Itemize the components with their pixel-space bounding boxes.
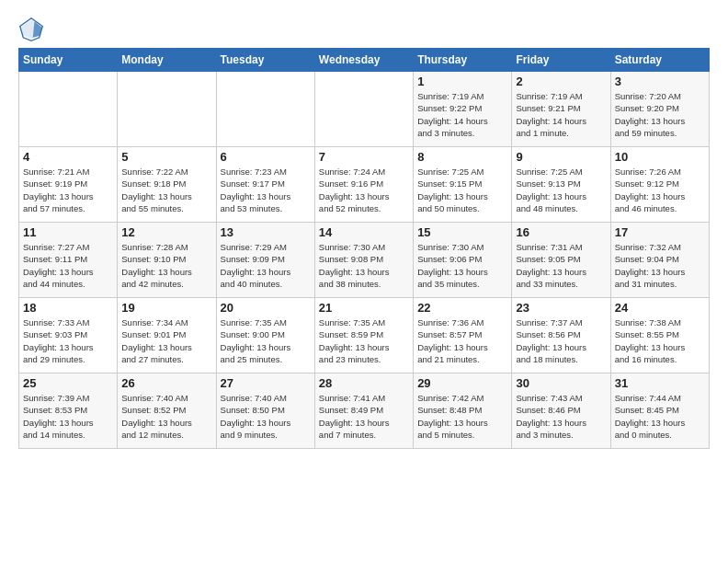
header-cell-saturday: Saturday xyxy=(610,49,709,72)
calendar-cell xyxy=(216,72,314,147)
week-row-1: 1Sunrise: 7:19 AM Sunset: 9:22 PM Daylig… xyxy=(19,72,710,147)
calendar-cell: 27Sunrise: 7:40 AM Sunset: 8:50 PM Dayli… xyxy=(216,373,314,449)
calendar-cell: 26Sunrise: 7:40 AM Sunset: 8:52 PM Dayli… xyxy=(118,373,216,449)
calendar-cell: 15Sunrise: 7:30 AM Sunset: 9:06 PM Dayli… xyxy=(414,223,512,298)
cell-content: Sunrise: 7:41 AM Sunset: 8:49 PM Dayligh… xyxy=(319,392,409,441)
calendar-cell: 10Sunrise: 7:26 AM Sunset: 9:12 PM Dayli… xyxy=(610,147,709,223)
calendar-cell: 25Sunrise: 7:39 AM Sunset: 8:53 PM Dayli… xyxy=(19,373,118,449)
cell-content: Sunrise: 7:21 AM Sunset: 9:19 PM Dayligh… xyxy=(23,166,113,214)
cell-content: Sunrise: 7:35 AM Sunset: 9:00 PM Dayligh… xyxy=(221,316,311,365)
day-number: 2 xyxy=(516,75,606,88)
cell-content: Sunrise: 7:43 AM Sunset: 8:46 PM Dayligh… xyxy=(516,392,606,441)
header-cell-tuesday: Tuesday xyxy=(216,49,314,72)
header-row: SundayMondayTuesdayWednesdayThursdayFrid… xyxy=(19,49,710,72)
calendar-cell: 19Sunrise: 7:34 AM Sunset: 9:01 PM Dayli… xyxy=(118,298,216,373)
calendar-cell: 24Sunrise: 7:38 AM Sunset: 8:55 PM Dayli… xyxy=(610,298,709,373)
header-cell-friday: Friday xyxy=(512,49,610,72)
calendar-cell: 22Sunrise: 7:36 AM Sunset: 8:57 PM Dayli… xyxy=(414,298,512,373)
cell-content: Sunrise: 7:40 AM Sunset: 8:50 PM Dayligh… xyxy=(221,392,311,441)
cell-content: Sunrise: 7:25 AM Sunset: 9:15 PM Dayligh… xyxy=(417,166,507,214)
day-number: 25 xyxy=(23,376,113,390)
cell-content: Sunrise: 7:39 AM Sunset: 8:53 PM Dayligh… xyxy=(23,392,113,441)
calendar-cell: 2Sunrise: 7:19 AM Sunset: 9:21 PM Daylig… xyxy=(512,72,610,147)
day-number: 15 xyxy=(417,225,507,239)
cell-content: Sunrise: 7:20 AM Sunset: 9:20 PM Dayligh… xyxy=(615,90,705,139)
cell-content: Sunrise: 7:22 AM Sunset: 9:18 PM Dayligh… xyxy=(121,166,211,214)
day-number: 11 xyxy=(23,225,113,239)
cell-content: Sunrise: 7:19 AM Sunset: 9:22 PM Dayligh… xyxy=(417,90,507,139)
cell-content: Sunrise: 7:42 AM Sunset: 8:48 PM Dayligh… xyxy=(417,392,507,441)
day-number: 23 xyxy=(516,301,606,315)
header-cell-wednesday: Wednesday xyxy=(314,49,413,72)
day-number: 30 xyxy=(516,376,606,390)
day-number: 12 xyxy=(121,225,211,239)
day-number: 31 xyxy=(615,376,705,390)
day-number: 1 xyxy=(417,75,507,88)
cell-content: Sunrise: 7:33 AM Sunset: 9:03 PM Dayligh… xyxy=(23,316,113,365)
page: SundayMondayTuesdayWednesdayThursdayFrid… xyxy=(0,0,728,458)
day-number: 13 xyxy=(221,225,311,239)
day-number: 8 xyxy=(417,150,507,164)
day-number: 28 xyxy=(319,376,409,390)
calendar-cell: 28Sunrise: 7:41 AM Sunset: 8:49 PM Dayli… xyxy=(314,373,413,449)
day-number: 20 xyxy=(221,301,311,315)
cell-content: Sunrise: 7:26 AM Sunset: 9:12 PM Dayligh… xyxy=(615,166,705,214)
cell-content: Sunrise: 7:37 AM Sunset: 8:56 PM Dayligh… xyxy=(516,316,606,365)
day-number: 10 xyxy=(615,150,705,164)
calendar-cell: 29Sunrise: 7:42 AM Sunset: 8:48 PM Dayli… xyxy=(414,373,512,449)
week-row-2: 4Sunrise: 7:21 AM Sunset: 9:19 PM Daylig… xyxy=(19,147,710,223)
day-number: 6 xyxy=(221,150,311,164)
calendar-cell: 18Sunrise: 7:33 AM Sunset: 9:03 PM Dayli… xyxy=(19,298,118,373)
header-cell-monday: Monday xyxy=(118,49,216,72)
cell-content: Sunrise: 7:24 AM Sunset: 9:16 PM Dayligh… xyxy=(319,166,409,214)
cell-content: Sunrise: 7:34 AM Sunset: 9:01 PM Dayligh… xyxy=(121,316,211,365)
cell-content: Sunrise: 7:25 AM Sunset: 9:13 PM Dayligh… xyxy=(516,166,606,214)
cell-content: Sunrise: 7:19 AM Sunset: 9:21 PM Dayligh… xyxy=(516,90,606,139)
day-number: 26 xyxy=(121,376,211,390)
day-number: 21 xyxy=(319,301,409,315)
calendar-cell: 13Sunrise: 7:29 AM Sunset: 9:09 PM Dayli… xyxy=(216,223,314,298)
calendar-cell: 16Sunrise: 7:31 AM Sunset: 9:05 PM Dayli… xyxy=(512,223,610,298)
day-number: 17 xyxy=(615,225,705,239)
cell-content: Sunrise: 7:32 AM Sunset: 9:04 PM Dayligh… xyxy=(615,241,705,290)
day-number: 9 xyxy=(516,150,606,164)
day-number: 29 xyxy=(417,376,507,390)
calendar-table: SundayMondayTuesdayWednesdayThursdayFrid… xyxy=(18,48,710,449)
day-number: 18 xyxy=(23,301,113,315)
cell-content: Sunrise: 7:36 AM Sunset: 8:57 PM Dayligh… xyxy=(417,316,507,365)
calendar-cell: 12Sunrise: 7:28 AM Sunset: 9:10 PM Dayli… xyxy=(118,223,216,298)
day-number: 16 xyxy=(516,225,606,239)
calendar-cell: 9Sunrise: 7:25 AM Sunset: 9:13 PM Daylig… xyxy=(512,147,610,223)
logo-icon xyxy=(18,17,44,42)
cell-content: Sunrise: 7:31 AM Sunset: 9:05 PM Dayligh… xyxy=(516,241,606,290)
calendar-cell: 31Sunrise: 7:44 AM Sunset: 8:45 PM Dayli… xyxy=(610,373,709,449)
header xyxy=(18,17,710,42)
calendar-cell: 5Sunrise: 7:22 AM Sunset: 9:18 PM Daylig… xyxy=(118,147,216,223)
calendar-cell: 1Sunrise: 7:19 AM Sunset: 9:22 PM Daylig… xyxy=(414,72,512,147)
header-cell-thursday: Thursday xyxy=(414,49,512,72)
week-row-5: 25Sunrise: 7:39 AM Sunset: 8:53 PM Dayli… xyxy=(19,373,710,449)
calendar-cell: 23Sunrise: 7:37 AM Sunset: 8:56 PM Dayli… xyxy=(512,298,610,373)
calendar-cell: 6Sunrise: 7:23 AM Sunset: 9:17 PM Daylig… xyxy=(216,147,314,223)
calendar-cell: 21Sunrise: 7:35 AM Sunset: 8:59 PM Dayli… xyxy=(314,298,413,373)
calendar-cell xyxy=(118,72,216,147)
cell-content: Sunrise: 7:44 AM Sunset: 8:45 PM Dayligh… xyxy=(615,392,705,441)
cell-content: Sunrise: 7:27 AM Sunset: 9:11 PM Dayligh… xyxy=(23,241,113,290)
cell-content: Sunrise: 7:28 AM Sunset: 9:10 PM Dayligh… xyxy=(121,241,211,290)
cell-content: Sunrise: 7:35 AM Sunset: 8:59 PM Dayligh… xyxy=(319,316,409,365)
calendar-cell: 8Sunrise: 7:25 AM Sunset: 9:15 PM Daylig… xyxy=(414,147,512,223)
header-cell-sunday: Sunday xyxy=(19,49,118,72)
cell-content: Sunrise: 7:30 AM Sunset: 9:08 PM Dayligh… xyxy=(319,241,409,290)
calendar-cell xyxy=(19,72,118,147)
day-number: 4 xyxy=(23,150,113,164)
cell-content: Sunrise: 7:38 AM Sunset: 8:55 PM Dayligh… xyxy=(615,316,705,365)
day-number: 14 xyxy=(319,225,409,239)
calendar-cell: 30Sunrise: 7:43 AM Sunset: 8:46 PM Dayli… xyxy=(512,373,610,449)
calendar-cell: 11Sunrise: 7:27 AM Sunset: 9:11 PM Dayli… xyxy=(19,223,118,298)
calendar-cell: 3Sunrise: 7:20 AM Sunset: 9:20 PM Daylig… xyxy=(610,72,709,147)
calendar-cell: 17Sunrise: 7:32 AM Sunset: 9:04 PM Dayli… xyxy=(610,223,709,298)
day-number: 24 xyxy=(615,301,705,315)
calendar-cell: 20Sunrise: 7:35 AM Sunset: 9:00 PM Dayli… xyxy=(216,298,314,373)
logo xyxy=(18,17,48,42)
day-number: 22 xyxy=(417,301,507,315)
